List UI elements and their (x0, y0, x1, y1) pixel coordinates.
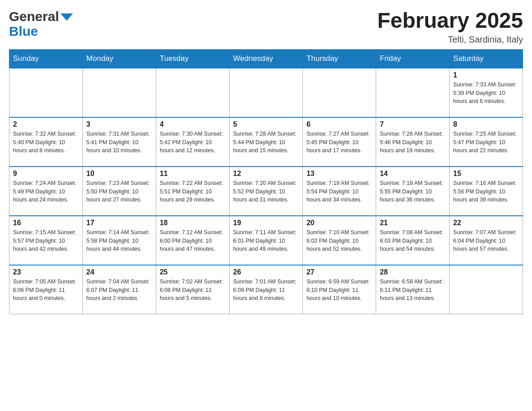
day-number: 1 (453, 71, 519, 79)
logo-line1: General (9, 9, 73, 24)
day-info: Sunrise: 7:05 AM Sunset: 6:06 PM Dayligh… (13, 278, 79, 303)
day-info: Sunrise: 7:15 AM Sunset: 5:57 PM Dayligh… (13, 228, 79, 253)
calendar-cell: 2Sunrise: 7:32 AM Sunset: 5:40 PM Daylig… (9, 117, 83, 167)
day-info: Sunrise: 7:26 AM Sunset: 5:46 PM Dayligh… (380, 130, 446, 155)
day-info: Sunrise: 7:20 AM Sunset: 5:52 PM Dayligh… (233, 179, 299, 204)
calendar-cell: 11Sunrise: 7:22 AM Sunset: 5:51 PM Dayli… (156, 167, 229, 216)
logo: General Blue (9, 9, 73, 39)
calendar-week-row: 16Sunrise: 7:15 AM Sunset: 5:57 PM Dayli… (9, 216, 523, 265)
calendar-cell: 1Sunrise: 7:33 AM Sunset: 5:39 PM Daylig… (450, 68, 523, 117)
day-info: Sunrise: 7:33 AM Sunset: 5:39 PM Dayligh… (453, 81, 519, 106)
weekday-header-thursday: Thursday (303, 49, 376, 68)
day-info: Sunrise: 7:24 AM Sunset: 5:49 PM Dayligh… (13, 179, 79, 204)
day-number: 25 (160, 268, 226, 276)
calendar-cell: 14Sunrise: 7:18 AM Sunset: 5:55 PM Dayli… (376, 167, 450, 216)
day-info: Sunrise: 7:22 AM Sunset: 5:51 PM Dayligh… (160, 179, 226, 204)
calendar-cell: 22Sunrise: 7:07 AM Sunset: 6:04 PM Dayli… (450, 216, 523, 265)
logo-line2: Blue (9, 24, 73, 39)
calendar-week-row: 2Sunrise: 7:32 AM Sunset: 5:40 PM Daylig… (9, 117, 523, 167)
calendar-cell: 24Sunrise: 7:04 AM Sunset: 6:07 PM Dayli… (82, 265, 156, 314)
calendar-week-row: 9Sunrise: 7:24 AM Sunset: 5:49 PM Daylig… (9, 167, 523, 216)
weekday-header-friday: Friday (376, 49, 450, 68)
day-info: Sunrise: 7:19 AM Sunset: 5:54 PM Dayligh… (306, 179, 372, 204)
day-number: 20 (306, 219, 372, 227)
calendar-cell: 6Sunrise: 7:27 AM Sunset: 5:45 PM Daylig… (303, 117, 376, 167)
day-info: Sunrise: 7:30 AM Sunset: 5:42 PM Dayligh… (160, 130, 226, 155)
calendar-cell: 28Sunrise: 6:58 AM Sunset: 6:11 PM Dayli… (376, 265, 450, 314)
calendar-cell: 15Sunrise: 7:16 AM Sunset: 5:56 PM Dayli… (450, 167, 523, 216)
calendar-cell: 3Sunrise: 7:31 AM Sunset: 5:41 PM Daylig… (82, 117, 156, 167)
calendar-cell: 16Sunrise: 7:15 AM Sunset: 5:57 PM Dayli… (9, 216, 83, 265)
day-number: 15 (453, 170, 519, 178)
day-info: Sunrise: 7:14 AM Sunset: 5:58 PM Dayligh… (86, 228, 152, 253)
day-number: 14 (380, 170, 446, 178)
day-number: 7 (380, 120, 446, 128)
day-number: 28 (380, 268, 446, 276)
calendar-week-row: 1Sunrise: 7:33 AM Sunset: 5:39 PM Daylig… (9, 68, 523, 117)
day-info: Sunrise: 7:18 AM Sunset: 5:55 PM Dayligh… (380, 179, 446, 204)
day-info: Sunrise: 7:11 AM Sunset: 6:01 PM Dayligh… (233, 228, 299, 253)
day-info: Sunrise: 7:23 AM Sunset: 5:50 PM Dayligh… (86, 179, 152, 204)
calendar-cell: 5Sunrise: 7:28 AM Sunset: 5:44 PM Daylig… (229, 117, 303, 167)
calendar-cell (376, 68, 450, 117)
calendar-cell: 23Sunrise: 7:05 AM Sunset: 6:06 PM Dayli… (9, 265, 83, 314)
calendar-cell: 25Sunrise: 7:02 AM Sunset: 6:08 PM Dayli… (156, 265, 229, 314)
day-number: 26 (233, 268, 299, 276)
day-info: Sunrise: 7:16 AM Sunset: 5:56 PM Dayligh… (453, 179, 519, 204)
day-number: 3 (86, 120, 152, 128)
day-number: 2 (13, 120, 79, 128)
calendar-cell: 12Sunrise: 7:20 AM Sunset: 5:52 PM Dayli… (229, 167, 303, 216)
calendar-cell: 13Sunrise: 7:19 AM Sunset: 5:54 PM Dayli… (303, 167, 376, 216)
day-info: Sunrise: 7:27 AM Sunset: 5:45 PM Dayligh… (306, 130, 372, 155)
page-header: General Blue February 2025 Telti, Sardin… (9, 9, 523, 45)
calendar-cell (450, 265, 523, 314)
day-number: 8 (453, 120, 519, 128)
weekday-header-tuesday: Tuesday (156, 49, 229, 68)
day-info: Sunrise: 7:07 AM Sunset: 6:04 PM Dayligh… (453, 228, 519, 253)
calendar-cell: 7Sunrise: 7:26 AM Sunset: 5:46 PM Daylig… (376, 117, 450, 167)
logo-arrow-icon (60, 13, 73, 21)
calendar-cell: 17Sunrise: 7:14 AM Sunset: 5:58 PM Dayli… (82, 216, 156, 265)
calendar-cell (9, 68, 83, 117)
day-number: 18 (160, 219, 226, 227)
calendar-table: SundayMondayTuesdayWednesdayThursdayFrid… (9, 49, 523, 315)
location: Telti, Sardinia, Italy (377, 34, 523, 45)
day-info: Sunrise: 6:59 AM Sunset: 6:10 PM Dayligh… (306, 278, 372, 303)
day-number: 21 (380, 219, 446, 227)
calendar-cell: 9Sunrise: 7:24 AM Sunset: 5:49 PM Daylig… (9, 167, 83, 216)
day-info: Sunrise: 7:25 AM Sunset: 5:47 PM Dayligh… (453, 130, 519, 155)
day-number: 12 (233, 170, 299, 178)
calendar-cell: 10Sunrise: 7:23 AM Sunset: 5:50 PM Dayli… (82, 167, 156, 216)
day-info: Sunrise: 7:02 AM Sunset: 6:08 PM Dayligh… (160, 278, 226, 303)
weekday-header-saturday: Saturday (450, 49, 523, 68)
day-number: 5 (233, 120, 299, 128)
day-number: 23 (13, 268, 79, 276)
day-info: Sunrise: 7:08 AM Sunset: 6:03 PM Dayligh… (380, 228, 446, 253)
calendar-cell: 27Sunrise: 6:59 AM Sunset: 6:10 PM Dayli… (303, 265, 376, 314)
weekday-header-row: SundayMondayTuesdayWednesdayThursdayFrid… (9, 49, 523, 68)
day-info: Sunrise: 7:32 AM Sunset: 5:40 PM Dayligh… (13, 130, 79, 155)
day-number: 4 (160, 120, 226, 128)
day-number: 27 (306, 268, 372, 276)
calendar-cell: 8Sunrise: 7:25 AM Sunset: 5:47 PM Daylig… (450, 117, 523, 167)
calendar-cell: 4Sunrise: 7:30 AM Sunset: 5:42 PM Daylig… (156, 117, 229, 167)
day-info: Sunrise: 6:58 AM Sunset: 6:11 PM Dayligh… (380, 278, 446, 303)
day-number: 6 (306, 120, 372, 128)
day-number: 17 (86, 219, 152, 227)
day-number: 9 (13, 170, 79, 178)
day-info: Sunrise: 7:10 AM Sunset: 6:02 PM Dayligh… (306, 228, 372, 253)
day-number: 11 (160, 170, 226, 178)
day-number: 22 (453, 219, 519, 227)
calendar-cell: 26Sunrise: 7:01 AM Sunset: 6:09 PM Dayli… (229, 265, 303, 314)
day-number: 13 (306, 170, 372, 178)
weekday-header-monday: Monday (82, 49, 156, 68)
title-block: February 2025 Telti, Sardinia, Italy (377, 9, 523, 45)
calendar-cell (156, 68, 229, 117)
day-info: Sunrise: 7:04 AM Sunset: 6:07 PM Dayligh… (86, 278, 152, 303)
month-title: February 2025 (377, 9, 523, 33)
weekday-header-sunday: Sunday (9, 49, 83, 68)
day-info: Sunrise: 7:31 AM Sunset: 5:41 PM Dayligh… (86, 130, 152, 155)
day-info: Sunrise: 7:01 AM Sunset: 6:09 PM Dayligh… (233, 278, 299, 303)
day-info: Sunrise: 7:28 AM Sunset: 5:44 PM Dayligh… (233, 130, 299, 155)
calendar-cell (303, 68, 376, 117)
